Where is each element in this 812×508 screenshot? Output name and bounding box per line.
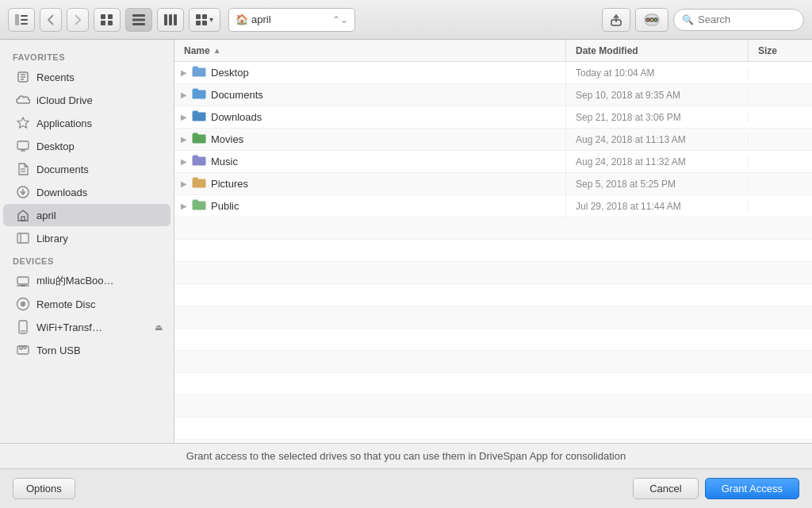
library-icon <box>16 231 30 245</box>
tag-button[interactable] <box>635 8 668 32</box>
eject-icon: ⏏ <box>155 322 163 333</box>
location-text: april <box>251 13 271 25</box>
bottom-message: Grant access to the selected drives so t… <box>0 443 812 468</box>
folder-icon <box>192 87 206 102</box>
share-button[interactable] <box>602 8 630 32</box>
empty-row <box>174 240 812 262</box>
sidebar-item-label: Torn USB <box>36 344 81 356</box>
file-area: Name ▲ Date Modified Size ▶ Desktop Toda… <box>174 40 812 443</box>
svg-rect-2 <box>21 19 28 21</box>
sidebar-item-desktop[interactable]: Desktop <box>3 135 170 157</box>
file-name: Desktop <box>211 67 249 79</box>
sidebar-item-label: iCloud Drive <box>36 94 93 106</box>
date-column-header[interactable]: Date Modified <box>566 40 749 61</box>
file-date: Aug 24, 2018 at 11:13 AM <box>566 134 749 145</box>
sidebar-item-recents[interactable]: Recents <box>3 66 170 88</box>
sidebar-item-label: mliu的MacBoo… <box>36 274 114 288</box>
sidebar-toggle-button[interactable] <box>8 8 35 32</box>
icon-view-button[interactable] <box>94 8 121 32</box>
icloud-icon <box>16 93 30 107</box>
table-row[interactable]: ▶ Downloads Sep 21, 2018 at 3:06 PM <box>174 106 812 129</box>
grant-access-button[interactable]: Grant Access <box>705 478 799 499</box>
downloads-icon <box>16 185 30 199</box>
torn-usb-icon <box>16 343 30 357</box>
file-date: Sep 10, 2018 at 9:35 AM <box>566 90 749 101</box>
table-row[interactable]: ▶ Pictures Sep 5, 2018 at 5:25 PM <box>174 173 812 195</box>
sidebar-item-april[interactable]: april <box>3 204 170 226</box>
search-input[interactable] <box>698 13 793 25</box>
location-home-icon: 🏠 <box>236 13 248 25</box>
main-area: Favorites Recents iCloud Drive <box>0 40 812 443</box>
sidebar-item-wifi-transf[interactable]: WiFi+Transf… ⏏ <box>3 316 170 338</box>
sidebar-item-label: Applications <box>36 117 92 129</box>
svg-point-23 <box>654 18 657 21</box>
sidebar-item-downloads[interactable]: Downloads <box>3 181 170 203</box>
svg-rect-10 <box>132 23 145 25</box>
macbook-icon <box>16 274 30 288</box>
svg-rect-47 <box>20 346 22 349</box>
search-box[interactable]: 🔍 <box>673 9 804 31</box>
svg-point-43 <box>22 303 24 305</box>
documents-icon <box>16 162 30 176</box>
applications-icon <box>16 116 30 130</box>
svg-point-21 <box>646 18 649 21</box>
column-view-button[interactable] <box>157 8 184 32</box>
file-date: Aug 24, 2018 at 11:32 AM <box>566 156 749 167</box>
row-chevron: ▶ <box>181 202 187 210</box>
location-bar[interactable]: 🏠 april ⌃⌄ <box>228 8 355 32</box>
sidebar-item-macbook[interactable]: mliu的MacBoo… <box>3 270 170 292</box>
back-button[interactable] <box>40 8 62 32</box>
svg-rect-14 <box>196 14 201 19</box>
search-icon: 🔍 <box>682 14 694 25</box>
sidebar-item-label: Library <box>36 233 68 244</box>
sort-indicator: ▲ <box>213 46 221 55</box>
sidebar-item-remote-disc[interactable]: Remote Disc <box>3 293 170 315</box>
file-name: Pictures <box>211 178 248 190</box>
sidebar-item-icloud-drive[interactable]: iCloud Drive <box>3 89 170 111</box>
file-name: Movies <box>211 133 243 145</box>
sidebar-item-documents[interactable]: Documents <box>3 158 170 180</box>
name-column-header[interactable]: Name ▲ <box>174 40 566 61</box>
file-row-name: ▶ Desktop <box>174 62 566 83</box>
sidebar-item-torn-usb[interactable]: Torn USB <box>3 339 170 361</box>
list-view-button[interactable] <box>125 8 152 32</box>
svg-rect-4 <box>101 14 105 19</box>
table-row[interactable]: ▶ Public Jul 29, 2018 at 11:44 AM <box>174 195 812 217</box>
size-column-header[interactable]: Size <box>749 40 812 61</box>
cancel-button[interactable]: Cancel <box>633 478 698 499</box>
row-chevron: ▶ <box>181 68 187 77</box>
forward-button[interactable] <box>67 8 89 32</box>
table-row[interactable]: ▶ Desktop Today at 10:04 AM <box>174 62 812 84</box>
remote-disc-icon <box>16 297 30 311</box>
sidebar-item-label: Downloads <box>36 187 87 198</box>
location-arrows: ⌃⌄ <box>332 14 348 25</box>
empty-row <box>174 373 812 395</box>
sidebar-item-applications[interactable]: Applications <box>3 112 170 134</box>
file-row-name: ▶ Music <box>174 151 566 172</box>
row-chevron: ▶ <box>181 90 187 99</box>
folder-icon <box>192 198 206 214</box>
empty-row <box>174 395 812 418</box>
svg-rect-9 <box>132 18 145 21</box>
file-name: Downloads <box>211 111 262 123</box>
table-row[interactable]: ▶ Movies Aug 24, 2018 at 11:13 AM <box>174 129 812 151</box>
svg-rect-12 <box>169 14 172 25</box>
empty-row <box>174 351 812 373</box>
table-row[interactable]: ▶ Documents Sep 10, 2018 at 9:35 AM <box>174 84 812 106</box>
file-name: Public <box>211 200 239 212</box>
options-button[interactable]: Options <box>13 478 75 499</box>
empty-row <box>174 329 812 351</box>
file-date: Today at 10:04 AM <box>566 67 749 79</box>
row-chevron: ▶ <box>181 135 187 144</box>
empty-row <box>174 217 812 240</box>
arrange-button[interactable]: ▾ <box>189 8 220 32</box>
svg-point-22 <box>650 18 653 21</box>
sidebar-item-library[interactable]: Library <box>3 227 170 249</box>
file-row-name: ▶ Public <box>174 195 566 217</box>
table-row[interactable]: ▶ Music Aug 24, 2018 at 11:32 AM <box>174 151 812 173</box>
svg-rect-5 <box>108 14 113 19</box>
file-date: Jul 29, 2018 at 11:44 AM <box>566 201 749 212</box>
svg-rect-8 <box>132 14 145 17</box>
svg-rect-11 <box>164 14 167 25</box>
file-header: Name ▲ Date Modified Size <box>174 40 812 62</box>
